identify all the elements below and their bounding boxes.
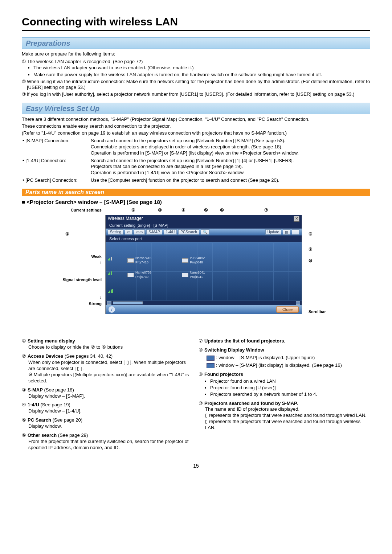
14u-button[interactable]: 1-4/U [164, 229, 177, 235]
legend-item: ⑦Updates the list of found projectors. [199, 338, 370, 344]
update-button[interactable]: Update [265, 229, 281, 235]
callout-10: ⑩ [309, 258, 313, 264]
legend-item: ④1-4/U (See page 19)Display window – [1-… [22, 402, 193, 414]
parts-subtitle: ■ <Projector Search> window – [S-MAP] (S… [22, 198, 370, 206]
wm-access-port: Select access port [106, 235, 302, 242]
arrow-up: ↑ [47, 260, 102, 265]
legend-item: ②Access Devices (See pages 34, 40, 42)Wh… [22, 353, 193, 384]
wm-current-setting: Current setting [Single] - [S-MAP] [106, 222, 302, 228]
signal-bars-icon [108, 271, 112, 275]
legend-item: ③S-MAP (See page 18)Display window – [S-… [22, 387, 193, 399]
legend-item: ⑩Projectors searched and found by S-MAP.… [199, 401, 370, 431]
info-icon[interactable]: i [109, 306, 115, 313]
access-device-single-button[interactable]: ▭ [125, 229, 132, 235]
legend-item: ⑧Switching Display Window: window – [S-M… [199, 347, 370, 369]
scrollbar-track[interactable] [106, 301, 302, 305]
display-map-button[interactable]: ▦ [283, 229, 290, 235]
label-weak: Weak [47, 254, 102, 259]
close-button[interactable]: Close [276, 306, 299, 313]
label-scrollbar: Scrollbar [309, 309, 326, 314]
callout-9: ⑨ [309, 247, 313, 253]
page-title: Connecting with wireless LAN [22, 15, 370, 31]
preparations-heading: Preparations [22, 37, 370, 49]
display-mode-icon [207, 363, 215, 368]
easy-p2: These connections enable easy search and… [22, 123, 370, 130]
preparations-intro: Make sure or prepare for the following i… [22, 51, 370, 57]
label-current-settings: Current settings [47, 208, 102, 213]
arrow-down: ↓ [47, 295, 102, 300]
callout-5: ⑤ [204, 208, 208, 213]
callout-7: ⑦ [264, 208, 268, 213]
page-number: 15 [22, 463, 370, 469]
display-list-button[interactable]: ☰ [292, 229, 299, 235]
access-device-multi-button[interactable]: ▭▭ [134, 229, 145, 235]
list-item: ②When using it via the infrastructure co… [22, 79, 370, 91]
preparations-list: ①The wireless LAN adapter is recognized.… [22, 59, 370, 98]
callout-3: ③ [158, 208, 162, 213]
wireless-manager-window: Wireless Manager ✕ Current setting [Sing… [105, 215, 302, 314]
projector-icon[interactable]: Nane1041Proj1041 [182, 271, 205, 279]
wm-button-bar: Setting ▭ ▭▭ S-MAP 1-4/U PCSearch 🔍 Upda… [106, 229, 302, 235]
parts-heading: Parts name in search screen [22, 189, 370, 196]
legend-item: ⑥Other search (See page 29)From the proj… [22, 432, 193, 451]
list-item: ①The wireless LAN adapter is recognized.… [22, 59, 370, 78]
projector-icon[interactable]: PJ6848AAProj6848 [182, 256, 205, 264]
callout-4: ④ [181, 208, 185, 213]
label-strong: Strong [47, 301, 102, 306]
wm-bottom-bar: i Close [106, 305, 302, 314]
signal-bars-icon [108, 289, 113, 293]
connection-table: • [S-MAP] Connection:Search and connect … [22, 137, 370, 185]
legend-item: ①Setting menu displayChoose to display o… [22, 338, 193, 350]
legend-item: ⑤PC Search (See page 20)Display window. [22, 417, 193, 430]
search-screen-diagram: ② ③ ④ ⑤ ⑥ ⑦ ① ⑧ ⑨ ⑩ Current settings Wea… [47, 208, 345, 331]
easy-heading: Easy Wireless Set Up [22, 103, 370, 114]
legend-columns: ①Setting menu displayChoose to display o… [22, 338, 370, 454]
callout-1: ① [65, 231, 69, 237]
setting-button[interactable]: Setting [108, 229, 123, 235]
wm-title-text: Wireless Manager [108, 216, 143, 222]
other-search-button[interactable]: 🔍 [201, 229, 209, 235]
signal-map-grid: Name7416Proj7416 PJ6848AAProj6848 Name07… [106, 242, 302, 301]
close-icon[interactable]: ✕ [294, 216, 299, 222]
callout-8: ⑧ [309, 231, 313, 237]
legend-item: ⑨Found projectorsProjector found on a wi… [199, 372, 370, 398]
smap-button[interactable]: S-MAP [146, 229, 162, 235]
signal-bars-icon [108, 256, 112, 260]
label-signal-strength: Signal strength level [47, 277, 102, 282]
easy-p1: There are 3 different connection methods… [22, 116, 370, 123]
display-mode-icon [207, 356, 215, 361]
callout-2: ② [131, 208, 135, 213]
callout-6: ⑥ [220, 208, 224, 213]
wm-titlebar: Wireless Manager ✕ [106, 215, 302, 222]
projector-icon[interactable]: Name7416Proj7416 [127, 256, 151, 264]
pcsearch-button[interactable]: PCSearch [178, 229, 199, 235]
easy-p3: (Refer to "1-4/U" connection on page 19 … [22, 130, 370, 136]
list-item: ③If you log in with [User authority], se… [22, 91, 370, 98]
projector-icon[interactable]: Name0739Proj0739 [127, 271, 151, 279]
